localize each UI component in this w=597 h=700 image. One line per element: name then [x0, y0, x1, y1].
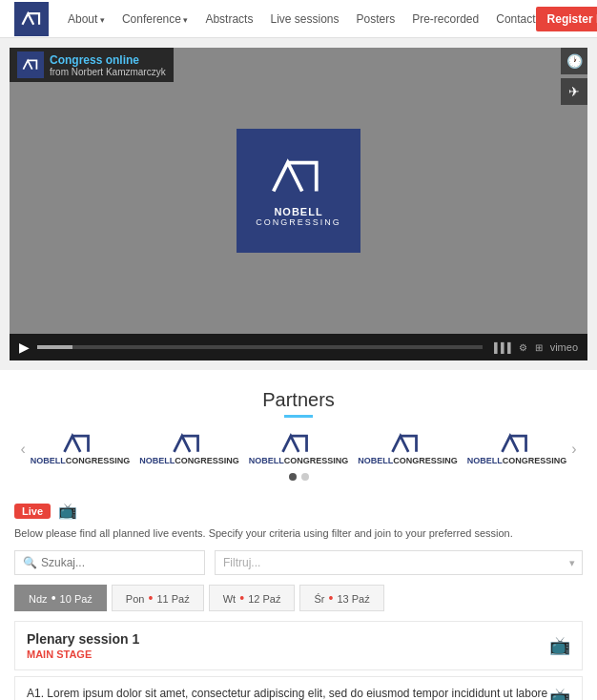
video-logo: NOBELL CONGRESSING: [237, 129, 360, 253]
session-2-title: A1. Lorem ipsum dolor sit amet, consecte…: [27, 687, 549, 700]
video-top-right-icons: 🕐 ✈: [561, 48, 587, 105]
grid-icon[interactable]: ⊞: [535, 342, 543, 353]
logo-text2: CONGRESSING: [256, 217, 341, 227]
partner-logo-2: NOBELLCONGRESSING: [139, 432, 239, 465]
partners-carousel: ‹ NOBELLCONGRESSING NOBELLCONGRESSING: [14, 432, 583, 465]
carousel-dot-2[interactable]: [301, 473, 309, 481]
partners-logos: NOBELLCONGRESSING NOBELLCONGRESSING NOBE…: [31, 432, 567, 465]
partner-logo-text-2: NOBELLCONGRESSING: [139, 456, 239, 465]
video-player: NOBELL CONGRESSING: [10, 48, 587, 334]
date-tab-0[interactable]: Ndz • 10 Paź: [14, 585, 107, 611]
live-badge: Live: [14, 504, 51, 519]
session-tv-icon[interactable]: 📺: [549, 635, 570, 656]
video-subtitle: from Norbert Kamzmarczyk: [50, 67, 166, 77]
vimeo-badge: vimeo: [550, 341, 578, 353]
progress-fill: [37, 345, 72, 349]
carousel-next[interactable]: ›: [566, 441, 581, 458]
navbar: About Conference Abstracts Live sessions…: [0, 0, 597, 38]
date-tab-2[interactable]: Wt • 12 Paź: [209, 585, 296, 611]
partner-logo-text-4: NOBELLCONGRESSING: [358, 456, 458, 465]
session-2-content: A1. Lorem ipsum dolor sit amet, consecte…: [27, 687, 549, 700]
video-controls: ▶ ▐▐▐ ⚙ ⊞ vimeo: [10, 334, 587, 360]
tv-icon: 📺: [58, 502, 77, 520]
filter-select[interactable]: Filtruj...: [215, 550, 583, 575]
partner-logo-4: NOBELLCONGRESSING: [358, 432, 458, 465]
session-1-subtitle: MAIN STAGE: [27, 649, 139, 660]
partner-logo-5: NOBELLCONGRESSING: [467, 432, 567, 465]
session-card-1: Plenary session 1 MAIN STAGE 📺: [14, 621, 583, 670]
video-overlay-icon: [17, 51, 44, 78]
nav-posters[interactable]: Posters: [357, 12, 396, 26]
date-tab-1[interactable]: Pon • 11 Paź: [112, 585, 204, 611]
nav-contact[interactable]: Contact: [496, 12, 535, 26]
partners-section: Partners ‹ NOBELLCONGRESSING NOBELLCONGR…: [0, 370, 597, 490]
partners-underline: [284, 415, 313, 418]
navbar-logo[interactable]: [14, 2, 49, 36]
search-icon: 🔍: [23, 556, 37, 569]
carousel-dots: [14, 473, 583, 481]
live-description: Below please find all planned live event…: [14, 527, 583, 539]
nav-live-sessions[interactable]: Live sessions: [270, 12, 339, 26]
live-section: Live 📺 Below please find all planned liv…: [0, 490, 597, 700]
session-1-title: Plenary session 1: [27, 631, 139, 647]
nav-conference[interactable]: Conference: [122, 12, 189, 26]
session-card-2: A1. Lorem ipsum dolor sit amet, consecte…: [14, 676, 583, 700]
video-overlay-text: Congress online from Norbert Kamzmarczyk: [50, 53, 166, 77]
session-card-1-content: Plenary session 1 MAIN STAGE: [27, 631, 139, 660]
live-header: Live 📺: [14, 502, 583, 520]
video-overlay-info: Congress online from Norbert Kamzmarczyk: [10, 48, 174, 82]
play-button[interactable]: ▶: [19, 340, 30, 355]
search-box[interactable]: 🔍: [14, 550, 205, 575]
filter-wrapper: Filtruj...: [215, 550, 583, 575]
date-tabs: Ndz • 10 Paź Pon • 11 Paź Wt • 12 Paź Śr…: [14, 585, 583, 611]
navbar-links: About Conference Abstracts Live sessions…: [68, 12, 536, 26]
partner-logo-text-5: NOBELLCONGRESSING: [467, 456, 567, 465]
partner-logo-text-1: NOBELLCONGRESSING: [31, 456, 131, 465]
settings-icon[interactable]: ⚙: [519, 342, 527, 353]
nav-about[interactable]: About: [68, 12, 105, 26]
session-2-tv-icon[interactable]: 📺: [549, 687, 570, 700]
send-icon[interactable]: ✈: [561, 78, 587, 105]
logo-text1: NOBELL: [274, 206, 322, 217]
carousel-prev[interactable]: ‹: [15, 441, 30, 458]
partners-title: Partners: [14, 389, 583, 411]
nav-abstracts[interactable]: Abstracts: [205, 12, 253, 26]
partner-logo-3: NOBELLCONGRESSING: [249, 432, 349, 465]
nav-prerecorded[interactable]: Pre-recorded: [412, 12, 479, 26]
partner-logo-1: NOBELLCONGRESSING: [31, 432, 131, 465]
video-section: Congress online from Norbert Kamzmarczyk…: [0, 38, 597, 370]
clock-icon[interactable]: 🕐: [561, 48, 587, 74]
signal-icon: ▐▐▐: [490, 342, 510, 353]
carousel-dot-1[interactable]: [289, 473, 297, 481]
search-input[interactable]: [41, 556, 196, 569]
search-filter-row: 🔍 Filtruj...: [14, 550, 583, 575]
video-title: Congress online: [50, 53, 166, 67]
partner-logo-text-3: NOBELLCONGRESSING: [249, 456, 349, 465]
register-button[interactable]: Register Now: [536, 7, 597, 31]
date-tab-3[interactable]: Śr • 13 Paź: [299, 585, 383, 611]
progress-bar[interactable]: [37, 345, 483, 349]
